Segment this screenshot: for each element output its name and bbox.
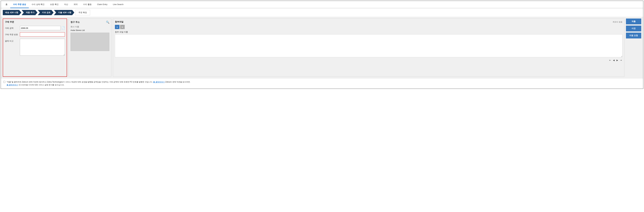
billing-panel: 청구 주소 🔍 회사 이름 Asda Stores Ltd [68, 19, 111, 77]
top-navigation: 홈 수리 주문 생성 수리 상태 확인 보증 확인 자산 계약 수리 활동 Cl… [1, 1, 643, 8]
attach-remove-button[interactable]: × [120, 25, 125, 29]
document-icon[interactable]: 📄 [62, 26, 65, 30]
billing-title: 청구 주소 [70, 21, 80, 24]
attachment-panel: 첨부파일 레코드 없음 + × 첨부 파일 이름 ⇤ ◀ ▶ ⇥ [113, 19, 624, 77]
footer-text1: "제출"을 클릭하면 Zebra의 판매 약관에 동의하고 Zebra Tech… [6, 81, 153, 83]
billing-company-name: Asda Stores Ltd [70, 29, 109, 31]
nav-contract[interactable]: 계약 [71, 1, 80, 8]
transaction-row: 거래 금액 📄 [5, 26, 65, 30]
billing-search-button[interactable]: 🔍 [106, 21, 109, 24]
purchase-order-panel: 구매 주문 거래 금액 📄 구매 주문 번호 결제 비고 [3, 19, 67, 77]
footer-checkbox[interactable] [3, 81, 5, 83]
step-bar: 배송 세부 사항 제품 추가 카트 검토 지불 세부 사항 주문 확정 [1, 8, 643, 17]
step-add-product[interactable]: 제품 추가 [22, 10, 38, 15]
footer-text: "제출"을 클릭하면 Zebra의 판매 약관에 동의하고 Zebra Tech… [6, 81, 190, 86]
po-number-row: 구매 주문 번호 [5, 32, 65, 37]
pagination-first[interactable]: ⇤ [609, 59, 612, 62]
memo-textarea[interactable] [20, 39, 65, 56]
nav-claim-entry[interactable]: Claim Entry [94, 2, 110, 8]
attachment-title: 첨부파일 [115, 21, 124, 23]
footer-text3: 인시던트별 수리에 대한 서비스 설명 문서를 읽으십시오. [19, 84, 64, 86]
nav-line-search[interactable]: Line Search [110, 2, 126, 8]
footer-link1[interactable]: 를 클릭하여기 [153, 81, 164, 83]
step-payment-details[interactable]: 지불 세부 사항 [54, 10, 74, 15]
footer: "제출"을 클릭하면 Zebra의 판매 약관에 동의하고 Zebra Tech… [1, 78, 643, 89]
attach-file-label: 첨부 파일 이름 [115, 31, 622, 33]
support-button[interactable]: 지원 요청 [626, 33, 641, 39]
nav-home[interactable]: 홈 [3, 1, 10, 8]
footer-text2: Zebra의 판매 약관을 읽으려면. [165, 81, 190, 83]
attachment-header: 첨부파일 레코드 없음 [115, 21, 622, 23]
no-record-label: 레코드 없음 [613, 21, 622, 23]
transaction-input-row: 📄 [20, 26, 65, 30]
transaction-label: 거래 금액 [5, 26, 19, 30]
nav-assets[interactable]: 자산 [61, 1, 71, 8]
prev-button[interactable]: 이전 [626, 26, 641, 31]
billing-header: 청구 주소 🔍 [70, 21, 109, 24]
nav-repair-order[interactable]: 수리 주문 생성 [10, 1, 29, 8]
pagination-last[interactable]: ⇥ [619, 59, 622, 62]
billing-address-box [70, 33, 109, 51]
nav-repair-activity[interactable]: 수리 활동 [80, 1, 94, 8]
submit-button[interactable]: 제출 [626, 19, 641, 24]
attach-file-textarea[interactable] [115, 34, 622, 57]
footer-link2[interactable]: 를 클릭하여기 [6, 84, 18, 86]
action-panel: 제출 이전 지원 요청 [626, 19, 641, 77]
nav-repair-status[interactable]: 수리 상태 확인 [29, 1, 47, 8]
nav-warranty[interactable]: 보증 확인 [47, 1, 61, 8]
po-number-input[interactable] [20, 32, 65, 37]
attachment-buttons: + × [115, 25, 622, 29]
memo-row: 결제 비고 [5, 39, 65, 56]
memo-label: 결제 비고 [5, 39, 19, 43]
billing-company-label: 회사 이름 [70, 26, 109, 28]
attach-add-button[interactable]: + [115, 25, 120, 29]
main-content: 구매 주문 거래 금액 📄 구매 주문 번호 결제 비고 [1, 17, 643, 78]
step-cart-review[interactable]: 카트 검토 [38, 10, 54, 15]
po-number-label: 구매 주문 번호 [5, 32, 19, 36]
step-shipping[interactable]: 배송 세부 사항 [3, 10, 21, 15]
step-order-confirm[interactable]: 주문 확정 [75, 10, 90, 15]
purchase-order-title: 구매 주문 [5, 21, 65, 24]
pagination-prev[interactable]: ◀ [612, 59, 615, 62]
pagination-next[interactable]: ▶ [616, 59, 619, 62]
pagination-bar: ⇤ ◀ ▶ ⇥ [115, 59, 622, 62]
transaction-input[interactable] [20, 26, 60, 30]
